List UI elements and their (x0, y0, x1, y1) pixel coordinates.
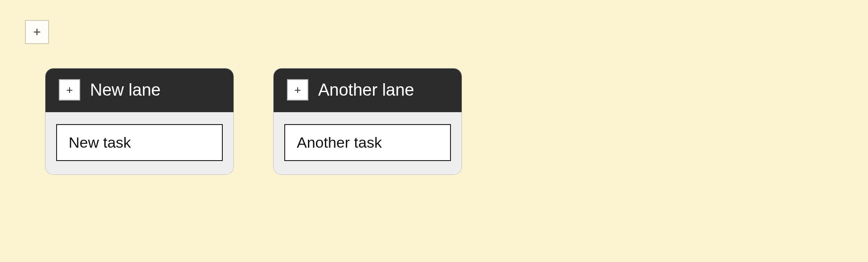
lane-title: Another lane (318, 81, 414, 100)
add-task-button[interactable]: + (287, 79, 308, 101)
task-title: Another task (297, 134, 382, 151)
task-card[interactable]: Another task (284, 124, 451, 161)
lane[interactable]: + New lane New task (45, 69, 233, 174)
lane-title: New lane (90, 81, 160, 100)
add-lane-button[interactable]: + (25, 20, 49, 44)
lane-header: + Another lane (274, 69, 462, 112)
plus-icon: + (66, 84, 73, 96)
plus-icon: + (33, 25, 41, 39)
task-card[interactable]: New task (56, 124, 223, 161)
lane-body: Another task (274, 112, 462, 174)
task-title: New task (69, 134, 131, 151)
lane-header: + New lane (45, 69, 233, 112)
lanes-container: + New lane New task + Another lane Anoth… (45, 69, 843, 174)
plus-icon: + (294, 84, 301, 96)
lane-body: New task (45, 112, 233, 174)
add-task-button[interactable]: + (59, 79, 80, 101)
kanban-board: + + New lane New task + Another lane (0, 0, 868, 194)
lane[interactable]: + Another lane Another task (274, 69, 462, 174)
